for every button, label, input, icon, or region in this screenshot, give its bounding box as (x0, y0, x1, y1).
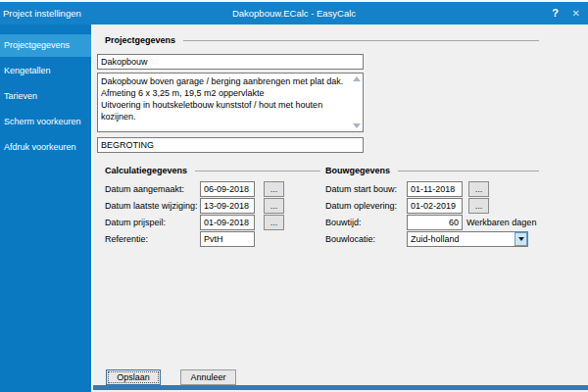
datum-oplevering-input[interactable] (407, 198, 463, 214)
label-datum-aangemaakt: Datum aangemaakt: (105, 181, 184, 197)
group-header-calculatiegegevens: Calculatiegegevens (105, 166, 320, 175)
content-panel: Projectgegevens Dakopbouw boven garage /… (91, 24, 588, 392)
group-divider (195, 171, 320, 172)
app-title: Dakopbouw.ECalc - EasyCalc (232, 2, 356, 24)
cancel-button[interactable]: Annuleer (180, 369, 236, 385)
datum-start-bouw-picker-button[interactable]: ... (468, 181, 489, 197)
group-header-projectgegevens: Projectgegevens (105, 35, 539, 45)
label-bouwlocatie: Bouwlocatie: (325, 231, 375, 247)
group-divider (183, 40, 539, 41)
help-icon[interactable]: ? (552, 2, 559, 24)
datum-laatste-wijziging-input[interactable] (200, 198, 255, 214)
titlebar: Project instellingen Dakopbouw.ECalc - E… (0, 2, 588, 24)
group-header-bouwgegevens: Bouwgegevens (325, 166, 539, 175)
group-divider (398, 171, 539, 172)
dropdown-button[interactable] (514, 232, 527, 246)
bottom-accent-bar (93, 385, 588, 390)
datum-prijspeil-input[interactable] (200, 215, 255, 230)
save-button[interactable]: Opslaan (106, 369, 161, 385)
chevron-down-icon (518, 237, 524, 241)
project-description-textarea[interactable]: Dakopbouw boven garage / berging aanbren… (98, 74, 363, 131)
datum-aangemaakt-input[interactable] (200, 181, 255, 197)
datum-prijspeil-picker-button[interactable]: ... (264, 215, 284, 230)
sidebar: Projectgegevens Kengetallen Tarieven Sch… (0, 24, 91, 392)
group-title: Bouwgegevens (325, 166, 390, 175)
label-datum-start-bouw: Datum start bouw: (325, 181, 397, 197)
scroll-up-icon[interactable] (353, 76, 361, 81)
label-bouwtijd: Bouwtijd: (325, 215, 362, 230)
sidebar-item-kengetallen[interactable]: Kengetallen (0, 60, 91, 82)
sidebar-item-afdruk-voorkeuren[interactable]: Afdruk voorkeuren (0, 136, 91, 159)
bouwlocatie-dropdown[interactable]: Zuid-holland (407, 231, 528, 247)
dialog-title: Project instellingen (3, 2, 81, 24)
project-name-input[interactable] (97, 54, 364, 70)
label-referentie: Referentie: (105, 231, 148, 247)
project-type-input[interactable] (97, 137, 364, 153)
sidebar-item-tarieven[interactable]: Tarieven (0, 85, 91, 108)
project-description-box: Dakopbouw boven garage / berging aanbren… (97, 73, 364, 132)
label-datum-laatste-wijziging: Datum laatste wijziging: (105, 198, 198, 214)
group-title: Calculatiegegevens (105, 166, 187, 175)
sidebar-item-scherm-voorkeuren[interactable]: Scherm voorkeuren (0, 111, 91, 133)
close-icon[interactable]: ✕ (572, 2, 580, 24)
scroll-down-icon[interactable] (353, 123, 361, 128)
referentie-input[interactable] (200, 231, 255, 247)
datum-start-bouw-input[interactable] (407, 181, 463, 197)
datum-laatste-wijziging-picker-button[interactable]: ... (264, 198, 284, 214)
bouwtijd-unit-label: Werkbaren dagen (466, 215, 536, 230)
label-datum-oplevering: Datum oplevering: (325, 198, 397, 214)
group-title: Projectgegevens (105, 35, 175, 45)
bouwtijd-input[interactable] (407, 215, 463, 230)
sidebar-item-projectgegevens[interactable]: Projectgegevens (0, 34, 91, 57)
bouwlocatie-value: Zuid-holland (408, 232, 514, 246)
datum-oplevering-picker-button[interactable]: ... (468, 198, 489, 214)
datum-aangemaakt-picker-button[interactable]: ... (264, 181, 284, 197)
label-datum-prijspeil: Datum prijspeil: (105, 215, 166, 230)
